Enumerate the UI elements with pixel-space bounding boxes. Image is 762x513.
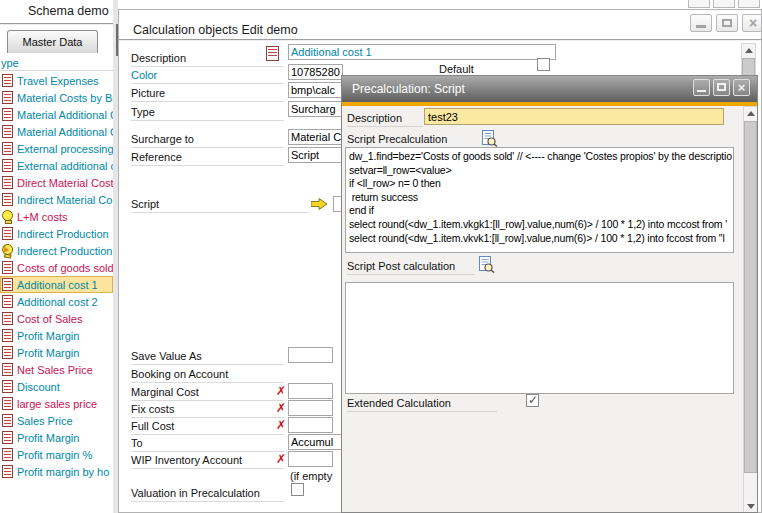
modal-minimize-button[interactable] — [693, 79, 710, 96]
scroll-up-arrow[interactable] — [742, 44, 755, 57]
wip-inventory-account-input[interactable] — [288, 451, 333, 467]
required-x-icon: ✗ — [276, 385, 286, 397]
marginal-cost-label: Marginal Cost — [131, 386, 284, 401]
extended-calculation-checkbox[interactable] — [526, 394, 539, 407]
list-item[interactable]: Material Costs by Bi — [0, 89, 113, 106]
outer-minimize-button[interactable] — [688, 0, 710, 8]
list-item[interactable]: Direct Material Costs — [0, 174, 113, 191]
doc-icon — [2, 397, 13, 410]
list-item[interactable]: Travel Expenses — [0, 72, 113, 89]
modal-scrollbar[interactable] — [743, 106, 758, 513]
doc-icon — [2, 380, 13, 393]
list-item[interactable]: Profit margin by ho — [0, 463, 113, 480]
fix-costs-label: Fix costs — [131, 403, 284, 418]
list-item[interactable]: Indirect Material Co — [0, 191, 113, 208]
script-label: Script — [131, 198, 309, 213]
list-item[interactable]: Additional cost 1 — [0, 276, 113, 293]
list-item[interactable]: External additional c — [0, 157, 113, 174]
extended-calculation-label: Extended Calculation — [347, 397, 497, 412]
modal-maximize-button[interactable] — [713, 79, 730, 96]
outer-maximize-button[interactable] — [713, 0, 735, 8]
list-item[interactable]: Material Additional C — [0, 123, 113, 140]
schema-panel: Schema demo Master Data ype Travel Expen… — [0, 0, 113, 513]
script-line: if <ll_row> n= 0 then — [349, 177, 730, 191]
list-item-label: Costs of goods sold — [17, 262, 113, 274]
list-item[interactable]: Material Additional C — [0, 106, 113, 123]
list-item[interactable]: large sales price — [0, 395, 113, 412]
doc-icon — [2, 125, 13, 138]
default-checkbox[interactable] — [537, 58, 550, 71]
doc-icon — [2, 346, 13, 359]
close-button[interactable]: × — [742, 14, 762, 32]
scroll-up-arrow[interactable] — [744, 107, 757, 120]
modal-close-button[interactable]: × — [733, 79, 750, 96]
scroll-thumb[interactable] — [744, 121, 757, 473]
dialog-title: Calculation objects Edit demo — [133, 23, 298, 37]
list-item[interactable]: External processing — [0, 140, 113, 157]
list-item[interactable]: Profit Margin — [0, 429, 113, 446]
maximize-button[interactable] — [716, 14, 738, 32]
marginal-cost-input[interactable] — [288, 383, 333, 399]
script-line: select round(<dw_1.item.vkvk1:[ll_row].v… — [349, 232, 730, 246]
list-item[interactable]: Costs of goods sold — [0, 259, 113, 276]
list-item[interactable]: Inderect Production — [0, 242, 113, 259]
doc-icon — [2, 465, 13, 478]
scroll-thumb[interactable] — [742, 58, 755, 76]
list-item[interactable]: Profit margin % — [0, 446, 113, 463]
doc-icon — [2, 159, 13, 172]
maximize-icon — [722, 19, 732, 27]
required-x-icon: ✗ — [276, 419, 286, 431]
doc-icon — [2, 414, 13, 427]
script-editor-icon[interactable] — [478, 256, 495, 273]
doc-icon — [2, 431, 13, 444]
color-input[interactable] — [288, 64, 343, 80]
list-item[interactable]: Net Sales Price — [0, 361, 113, 378]
doc-icon — [2, 295, 13, 308]
script-post-calculation-textarea[interactable] — [345, 282, 734, 394]
list-item-label: Direct Material Costs — [17, 177, 113, 189]
save-value-as-input[interactable] — [288, 347, 333, 363]
doc-icon — [266, 46, 279, 61]
doc-icon — [2, 142, 13, 155]
doc-icon — [2, 448, 13, 461]
valuation-checkbox[interactable] — [291, 483, 304, 496]
list-item-label: Profit Margin — [17, 347, 79, 359]
list-item-label: Additional cost 1 — [17, 279, 98, 291]
fix-costs-input[interactable] — [288, 400, 333, 416]
bulb-arrow-icon — [1, 243, 14, 257]
list-item[interactable]: Indirect Production — [0, 225, 113, 242]
list-item[interactable]: L+M costs — [0, 208, 113, 225]
accent-bar — [342, 102, 757, 106]
wip-inventory-account-label: WIP Inventory Account — [131, 454, 284, 469]
list-item[interactable]: Additional cost 2 — [0, 293, 113, 310]
list-item-label: Discount — [17, 381, 60, 393]
doc-icon — [2, 261, 13, 274]
list-item-label: Material Costs by Bi — [17, 92, 113, 104]
script-editor-icon[interactable] — [481, 130, 498, 147]
maximize-icon — [717, 83, 726, 91]
list-item[interactable]: Cost of Sales — [0, 310, 113, 327]
schema-item-list: Travel Expenses Material Costs by Bi Mat… — [0, 72, 113, 480]
outer-close-button[interactable] — [738, 0, 760, 8]
list-item-label: Material Additional C — [17, 109, 113, 121]
tab-master-data[interactable]: Master Data — [7, 30, 98, 53]
list-item[interactable]: Profit Margin — [0, 327, 113, 344]
script-precalculation-textarea[interactable]: dw_1.find=bez='Costs of goods sold' // <… — [345, 147, 734, 253]
scroll-down-arrow[interactable] — [744, 500, 757, 513]
divider — [0, 23, 113, 25]
script-line: setvar=ll_row=<value> — [349, 164, 730, 178]
list-item[interactable]: Sales Price — [0, 412, 113, 429]
list-item-label: Additional cost 2 — [17, 296, 98, 308]
save-value-as-label: Save Value As — [131, 350, 284, 365]
list-item[interactable]: Profit Margin — [0, 344, 113, 361]
list-item-label: Sales Price — [17, 415, 73, 427]
minimize-icon — [696, 25, 706, 28]
doc-icon — [2, 363, 13, 376]
list-item-label: Inderect Production — [17, 245, 112, 257]
list-item[interactable]: Discount — [0, 378, 113, 395]
description-input[interactable] — [288, 44, 556, 60]
minimize-button[interactable] — [690, 14, 712, 32]
script-line: end if — [349, 204, 730, 218]
modal-description-input[interactable] — [424, 108, 724, 125]
full-cost-input[interactable] — [288, 417, 333, 433]
